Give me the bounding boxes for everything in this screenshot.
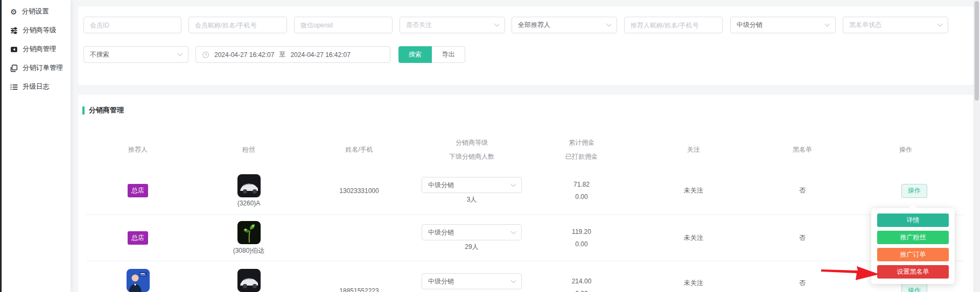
follow-status-select-value: 是否关注 bbox=[406, 20, 432, 30]
list-icon bbox=[10, 83, 18, 91]
scrollbar-thumb[interactable] bbox=[975, 1, 979, 101]
copy-icon bbox=[10, 65, 18, 72]
member-name-input[interactable] bbox=[195, 22, 281, 29]
header-level: 分销商等级 下级分销商人数 bbox=[410, 132, 533, 167]
member-id-input-wrap bbox=[83, 17, 181, 33]
header-commission: 累计佣金 已打款佣金 bbox=[533, 132, 630, 167]
promote-fans-button[interactable]: 推广粉丝 bbox=[877, 231, 949, 244]
member-id-input[interactable] bbox=[90, 22, 175, 29]
plant-image bbox=[237, 221, 261, 244]
follow-status: 未关注 bbox=[684, 233, 703, 243]
car-image bbox=[237, 269, 261, 292]
referrer-name-input-wrap bbox=[624, 17, 723, 33]
header-name-phone: 姓名/手机 bbox=[308, 132, 410, 167]
promote-orders-button[interactable]: 推广订单 bbox=[877, 248, 949, 261]
search-type-select[interactable]: 不搜索 bbox=[83, 46, 188, 63]
sub-distributor-count: 29人 bbox=[465, 243, 478, 252]
chevron-down-icon bbox=[511, 229, 516, 234]
header-action: 操作 bbox=[848, 132, 964, 167]
cell-blacklist: 否 bbox=[757, 167, 848, 215]
level-select[interactable]: 中级分销 bbox=[730, 17, 836, 33]
search-button[interactable]: 搜索 bbox=[398, 46, 432, 63]
action-dropdown-menu: 详情 推广粉丝 推广订单 设置黑名单 bbox=[871, 208, 955, 284]
search-type-select-value: 不搜索 bbox=[90, 50, 109, 59]
cell-fan: (3260)A bbox=[190, 167, 308, 215]
sub-distributor-count: 3人 bbox=[467, 195, 477, 204]
cell-commission: 119.20 0.00 bbox=[533, 215, 630, 261]
follow-status-select[interactable]: 是否关注 bbox=[400, 17, 505, 33]
paid-commission: 0.00 bbox=[575, 238, 587, 251]
row-level-select[interactable]: 中级分销 bbox=[422, 224, 522, 240]
chevron-down-icon bbox=[825, 22, 830, 27]
action-button[interactable]: 操作 bbox=[901, 283, 927, 292]
person-avatar-image bbox=[127, 269, 150, 292]
blacklist-status: 否 bbox=[799, 186, 806, 195]
date-range-picker[interactable]: 2024-04-27 16:42:07 至 2024-04-27 16:42:0… bbox=[195, 46, 390, 63]
total-commission: 119.20 bbox=[572, 226, 591, 238]
referrer-select-value: 全部推荐人 bbox=[518, 20, 550, 30]
cell-phone bbox=[308, 215, 410, 261]
sliders-icon bbox=[10, 27, 18, 34]
box-icon bbox=[10, 46, 18, 53]
chevron-down-icon bbox=[606, 22, 612, 27]
header-level-line1: 分销商等级 bbox=[456, 136, 488, 149]
header-level-line2: 下级分销商人数 bbox=[449, 149, 494, 163]
cell-phone: 13023331000 bbox=[308, 167, 410, 215]
openid-input[interactable] bbox=[300, 22, 386, 29]
header-blacklist: 黑名单 bbox=[757, 132, 848, 167]
export-button[interactable]: 导出 bbox=[432, 46, 465, 63]
cell-commission: 71.82 0.00 bbox=[533, 167, 630, 215]
blacklist-status-select-value: 黑名单状态 bbox=[849, 20, 881, 30]
cell-follow: 未关注 bbox=[630, 167, 757, 215]
set-blacklist-button[interactable]: 设置黑名单 bbox=[877, 265, 949, 279]
cell-referrer: 总店 bbox=[86, 167, 190, 215]
follow-status: 未关注 bbox=[684, 186, 703, 195]
date-range-separator: 至 bbox=[279, 50, 285, 59]
action-button[interactable]: 操作 bbox=[901, 184, 927, 198]
sidebar-item-label: 分销商管理 bbox=[23, 45, 57, 54]
header-commission-line2: 已打款佣金 bbox=[565, 149, 598, 163]
row-level-select[interactable]: 中级分销 bbox=[422, 273, 522, 289]
car-image bbox=[237, 174, 261, 197]
referrer-select[interactable]: 全部推荐人 bbox=[512, 17, 617, 33]
member-name-input-wrap bbox=[188, 17, 287, 33]
total-commission: 214.00 bbox=[572, 275, 592, 288]
blacklist-status-select[interactable]: 黑名单状态 bbox=[843, 17, 948, 33]
cell-action: 操作 bbox=[848, 167, 964, 215]
scrollbar-track[interactable] bbox=[974, 0, 980, 292]
sidebar-item-distributor-management[interactable]: 分销商管理 bbox=[2, 40, 71, 59]
row-level-value: 中级分销 bbox=[428, 228, 454, 237]
sidebar-item-distributor-level[interactable]: 分销商等级 bbox=[2, 21, 71, 40]
detail-button[interactable]: 详情 bbox=[877, 213, 949, 227]
sidebar-item-distribution-orders[interactable]: 分销订单管理 bbox=[2, 59, 71, 77]
clock-icon bbox=[202, 51, 209, 59]
table-row: 总店 (3080)伯达 中级分销 bbox=[86, 215, 964, 261]
fan-name: (3080)伯达 bbox=[233, 246, 265, 255]
fan-name: (3260)A bbox=[237, 200, 261, 207]
red-annotation-arrow bbox=[816, 262, 883, 281]
header-referrer: 推荐人 bbox=[86, 132, 190, 167]
title-accent-bar bbox=[82, 106, 85, 115]
table-row: 总店 (3260)A 13023331000 中级分销 3人 bbox=[86, 167, 964, 215]
distributor-management-page: ⚙ 分销设置 分销商等级 分销商管理 bbox=[0, 0, 980, 292]
chevron-down-icon bbox=[494, 22, 500, 27]
cell-level: 中级分销 bbox=[410, 261, 533, 292]
row-level-value: 中级分销 bbox=[428, 181, 454, 190]
sidebar-item-distribution-settings[interactable]: ⚙ 分销设置 bbox=[2, 2, 71, 21]
sidebar-item-upgrade-log[interactable]: 升级日志 bbox=[2, 77, 71, 96]
referrer-name-input[interactable] bbox=[631, 22, 716, 29]
date-range-end: 2024-04-27 16:42:07 bbox=[290, 51, 350, 59]
header-fans: 粉丝 bbox=[190, 132, 308, 167]
cell-commission: 214.00 0.00 bbox=[533, 261, 630, 292]
row-level-select[interactable]: 中级分销 bbox=[422, 177, 522, 193]
filter-card: 是否关注 全部推荐人 中级分销 黑名单状态 不搜索 2024-04-2 bbox=[78, 6, 974, 85]
row-level-value: 中级分销 bbox=[428, 277, 454, 286]
level-select-value: 中级分销 bbox=[737, 20, 762, 30]
chevron-down-icon bbox=[511, 181, 516, 187]
referrer-badge: 总店 bbox=[128, 231, 148, 245]
cell-fan bbox=[190, 261, 308, 292]
paid-commission: 0.00 bbox=[575, 191, 587, 203]
cell-follow: 未关注 bbox=[630, 215, 757, 261]
follow-status: 未关注 bbox=[684, 279, 703, 288]
chevron-down-icon bbox=[511, 277, 516, 283]
